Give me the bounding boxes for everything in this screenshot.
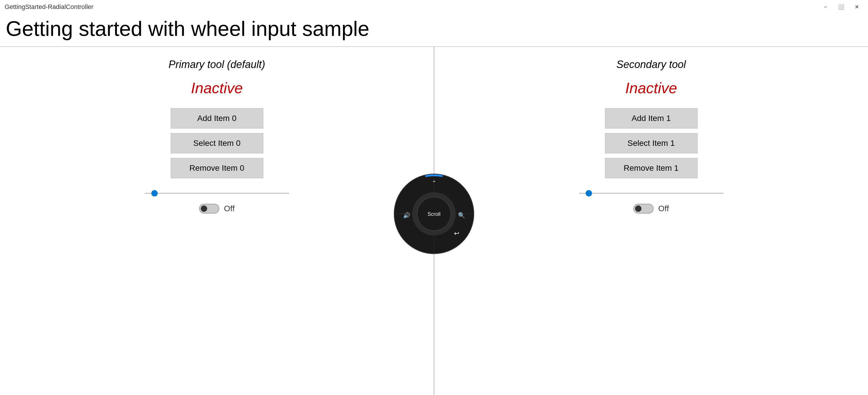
- secondary-add-button[interactable]: Add Item 1: [605, 108, 698, 128]
- wheel-center-label: Scroll: [427, 211, 440, 217]
- primary-add-button[interactable]: Add Item 0: [171, 108, 263, 128]
- svg-text:🔍: 🔍: [458, 212, 465, 219]
- secondary-toggle-thumb: [635, 206, 642, 212]
- primary-toggle-thumb: [201, 206, 207, 212]
- close-button[interactable]: ✕: [850, 2, 863, 11]
- app-title: GettingStarted-RadialController: [5, 3, 93, 11]
- svg-text:🔊: 🔊: [403, 212, 410, 219]
- page-title: Getting started with wheel input sample: [0, 14, 868, 46]
- svg-text:↩: ↩: [454, 230, 459, 237]
- primary-toggle[interactable]: [199, 204, 219, 214]
- secondary-slider[interactable]: [579, 193, 724, 194]
- primary-slider-container: [145, 190, 289, 195]
- primary-btn-group: Add Item 0 Select Item 0 Remove Item 0: [171, 108, 263, 178]
- secondary-panel-title: Secondary tool: [616, 58, 686, 71]
- secondary-toggle-label: Off: [658, 204, 669, 213]
- primary-select-button[interactable]: Select Item 0: [171, 133, 263, 153]
- minimize-button[interactable]: −: [819, 2, 832, 11]
- primary-status: Inactive: [191, 79, 243, 97]
- secondary-btn-group: Add Item 1 Select Item 1 Remove Item 1: [605, 108, 698, 178]
- title-bar: GettingStarted-RadialController − ⬜ ✕: [0, 0, 868, 14]
- secondary-remove-button[interactable]: Remove Item 1: [605, 158, 698, 178]
- primary-toggle-row: Off: [199, 204, 235, 214]
- radial-wheel[interactable]: Scroll ⌃ 🔊 🔍 ↩: [394, 173, 474, 254]
- wheel-svg: Scroll ⌃ 🔊 🔍 ↩: [394, 173, 474, 254]
- secondary-toggle-track: [633, 204, 654, 214]
- primary-panel: Primary tool (default) Inactive Add Item…: [0, 47, 434, 395]
- primary-panel-title: Primary tool (default): [168, 58, 265, 71]
- secondary-toggle[interactable]: [633, 204, 654, 214]
- secondary-status: Inactive: [625, 79, 677, 97]
- window-controls: − ⬜ ✕: [819, 2, 863, 11]
- secondary-slider-container: [579, 190, 724, 195]
- wheel-container[interactable]: Scroll ⌃ 🔊 🔍 ↩: [394, 173, 474, 254]
- maximize-button[interactable]: ⬜: [834, 2, 848, 11]
- primary-toggle-label: Off: [224, 204, 235, 213]
- primary-toggle-track: [199, 204, 219, 214]
- primary-slider[interactable]: [145, 193, 289, 194]
- primary-remove-button[interactable]: Remove Item 0: [171, 158, 263, 178]
- secondary-panel: Secondary tool Inactive Add Item 1 Selec…: [434, 47, 868, 395]
- secondary-toggle-row: Off: [633, 204, 669, 214]
- secondary-select-button[interactable]: Select Item 1: [605, 133, 698, 153]
